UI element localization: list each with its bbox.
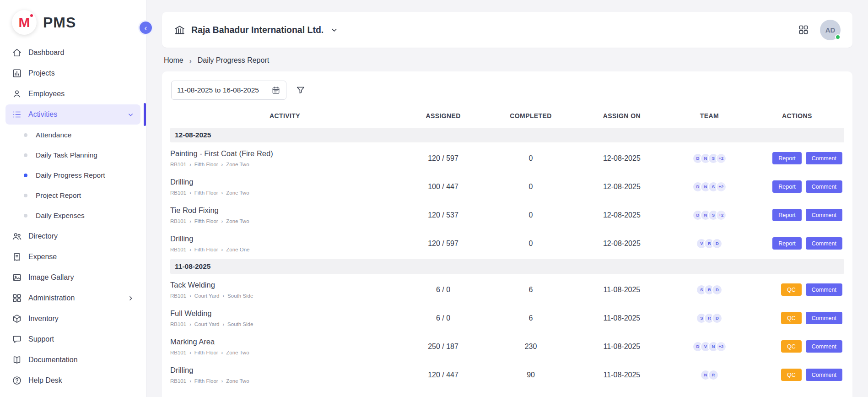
report-button[interactable]: Report: [772, 152, 802, 164]
chevron-right-icon: ›: [189, 350, 191, 355]
sidebar-subitem-label: Daily Expenses: [36, 212, 85, 220]
team-member-avatar[interactable]: D: [712, 313, 722, 324]
sidebar-item-projects[interactable]: Projects: [5, 63, 140, 83]
comment-button[interactable]: Comment: [806, 283, 842, 296]
comment-button[interactable]: Comment: [806, 237, 842, 250]
report-button[interactable]: Report: [772, 209, 802, 221]
team-extra-count[interactable]: +2: [716, 210, 727, 221]
team-extra-count[interactable]: +2: [716, 181, 727, 192]
team-extra-count[interactable]: +2: [716, 153, 727, 164]
table-row: DrillingRB101›Fifth Floor›Zone One120 / …: [170, 229, 844, 258]
assign-on-value: 11-08-2025: [575, 314, 669, 322]
team-member-avatar[interactable]: D: [712, 284, 722, 295]
qc-button[interactable]: QC: [781, 340, 802, 353]
sidebar-item-activities[interactable]: Activities: [5, 104, 140, 125]
company-name: Raja Bahadur International Ltd.: [191, 25, 323, 35]
location-segment: Zone Two: [226, 190, 249, 196]
activity-location: RB101›Court Yard›South Side: [170, 321, 399, 327]
column-header-team: TEAM: [669, 112, 750, 120]
company-selector[interactable]: Raja Bahadur International Ltd.: [174, 24, 338, 36]
sidebar-nav: DashboardProjectsEmployeesActivitiesAtte…: [0, 43, 146, 396]
team-member-avatar[interactable]: D: [712, 238, 722, 249]
comment-button[interactable]: Comment: [806, 152, 842, 164]
sidebar-item-inventory[interactable]: Inventory: [5, 309, 140, 329]
home-icon: [12, 48, 22, 58]
location-segment: Court Yard: [194, 293, 220, 299]
date-group-header: 12-08-2025: [170, 128, 844, 142]
chevron-right-icon: ›: [221, 190, 223, 196]
actions-cell: ReportComment: [750, 152, 844, 164]
sidebar-subitem-attendance[interactable]: Attendance: [0, 125, 146, 145]
report-button[interactable]: Report: [772, 237, 802, 250]
chevron-right-icon: ›: [189, 293, 191, 299]
apps-grid-icon[interactable]: [798, 24, 809, 35]
location-segment: South Side: [227, 321, 253, 327]
sidebar-subitem-project-report[interactable]: Project Report: [0, 185, 146, 206]
help-icon: [12, 375, 22, 386]
sidebar-item-label: Expense: [28, 253, 57, 261]
grid-icon: [12, 293, 22, 303]
sidebar-subitem-daily-progress-report[interactable]: Daily Progress Report: [0, 165, 146, 185]
sidebar-item-support[interactable]: Support: [5, 329, 140, 349]
qc-button[interactable]: QC: [781, 283, 802, 296]
team-cell: DNS+2: [669, 210, 750, 221]
activity-cell: Marking AreaRB101›Fifth Floor›Zone Two: [170, 337, 399, 355]
calendar-icon: [271, 86, 280, 95]
image-icon: [12, 272, 22, 283]
activity-location: RB101›Fifth Floor›Zone Two: [170, 162, 399, 167]
assigned-value: 6 / 0: [399, 286, 487, 294]
sidebar-subitem-daily-task-planning[interactable]: Daily Task Planning: [0, 145, 146, 165]
breadcrumb-current: Daily Progress Report: [198, 56, 270, 65]
location-segment: Zone Two: [226, 162, 249, 167]
sidebar-item-employees[interactable]: Employees: [5, 84, 140, 104]
breadcrumb-home[interactable]: Home: [164, 56, 183, 65]
sidebar-item-dashboard[interactable]: Dashboard: [5, 43, 140, 63]
report-button[interactable]: Report: [772, 180, 802, 193]
sidebar-subitem-label: Daily Progress Report: [36, 171, 105, 179]
sidebar-item-administration[interactable]: Administration: [5, 288, 140, 308]
date-range-value: 11-08-2025 to 16-08-2025: [177, 86, 259, 94]
avatar-initials: AD: [825, 26, 836, 34]
team-member-avatar[interactable]: R: [708, 370, 719, 381]
location-segment: Zone One: [226, 247, 249, 252]
active-indicator: [144, 103, 146, 126]
date-range-input[interactable]: 11-08-2025 to 16-08-2025: [171, 81, 286, 100]
comment-button[interactable]: Comment: [806, 369, 842, 381]
online-status-dot: [835, 34, 841, 40]
sidebar-subitem-label: Daily Task Planning: [36, 151, 97, 159]
location-segment: Fifth Floor: [194, 218, 218, 224]
user-avatar[interactable]: AD: [820, 20, 841, 40]
qc-button[interactable]: QC: [781, 369, 802, 381]
filter-funnel-icon[interactable]: [296, 85, 306, 95]
comment-button[interactable]: Comment: [806, 209, 842, 221]
assigned-value: 100 / 447: [399, 183, 487, 191]
comment-button[interactable]: Comment: [806, 312, 842, 324]
sidebar-item-help-desk[interactable]: Help Desk: [5, 370, 140, 391]
location-segment: RB101: [170, 293, 186, 299]
chat-icon: [12, 334, 22, 344]
table-row: DrillingRB101›Fifth Floor›Zone Two120 / …: [170, 361, 844, 389]
sidebar-item-label: Projects: [28, 69, 55, 77]
sidebar-collapse-button[interactable]: ‹: [138, 20, 153, 35]
sidebar-item-image-gallary[interactable]: Image Gallary: [5, 267, 140, 288]
comment-button[interactable]: Comment: [806, 180, 842, 193]
location-segment: Fifth Floor: [194, 378, 218, 384]
location-segment: RB101: [170, 247, 186, 252]
assign-on-value: 11-08-2025: [575, 343, 669, 351]
activity-name: Tack Welding: [170, 281, 399, 289]
header-actions: AD: [798, 20, 841, 40]
bullet-dot-icon: [24, 133, 27, 137]
activity-location: RB101›Fifth Floor›Zone Two: [170, 378, 399, 384]
comment-button[interactable]: Comment: [806, 340, 842, 353]
completed-value: 230: [487, 343, 574, 351]
sidebar-subitem-daily-expenses[interactable]: Daily Expenses: [0, 206, 146, 226]
sidebar-item-directory[interactable]: Directory: [5, 226, 140, 246]
team-extra-count[interactable]: +2: [716, 341, 727, 352]
sidebar-item-documentation[interactable]: Documentation: [5, 350, 140, 370]
qc-button[interactable]: QC: [781, 312, 802, 324]
logo-m-icon: M: [12, 10, 37, 35]
sidebar-item-expense[interactable]: Expense: [5, 247, 140, 267]
assign-on-value: 11-08-2025: [575, 371, 669, 379]
chevron-right-icon: ›: [189, 190, 191, 196]
sidebar-item-label: Directory: [28, 232, 58, 240]
